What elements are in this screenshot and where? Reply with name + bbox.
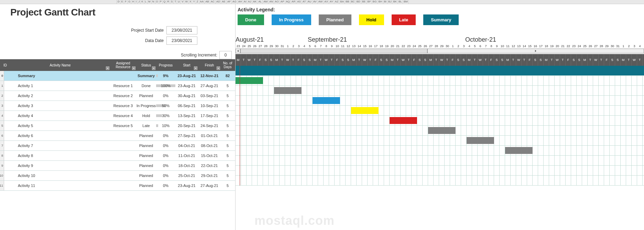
- gantt-bar[interactable]: [313, 97, 340, 104]
- cell-name[interactable]: Summary: [10, 74, 110, 78]
- cell-progress[interactable]: 0%: [156, 164, 175, 168]
- cell-progress[interactable]: 100%: [156, 84, 175, 88]
- cell-days[interactable]: 82: [221, 74, 234, 78]
- cell-start[interactable]: 23-Aug-21: [175, 74, 198, 78]
- gantt-bar[interactable]: [351, 107, 379, 114]
- scroll-increment-value[interactable]: 0: [219, 51, 232, 59]
- cell-days[interactable]: 5: [221, 114, 234, 118]
- cell-days[interactable]: 5: [221, 174, 234, 178]
- cell-start[interactable]: 18-Oct-21: [175, 164, 198, 168]
- filter-dropdown-icon[interactable]: [106, 66, 109, 70]
- cell-progress[interactable]: 30%: [156, 114, 175, 118]
- filter-dropdown-icon[interactable]: [132, 66, 135, 70]
- cell-start[interactable]: 11-Oct-21: [175, 154, 198, 158]
- scroll-track[interactable]: [240, 49, 427, 53]
- cell-status[interactable]: Planned: [136, 184, 156, 188]
- cell-status[interactable]: Planned: [136, 154, 156, 158]
- table-row[interactable]: 11 Activity 11 Planned 0% 23-Aug-21 27-A…: [0, 181, 235, 191]
- cell-name[interactable]: Activity 4: [10, 114, 110, 118]
- col-status[interactable]: Status: [136, 59, 156, 71]
- cell-name[interactable]: Activity 10: [10, 174, 110, 178]
- cell-days[interactable]: 5: [221, 184, 234, 188]
- filter-dropdown-icon[interactable]: [217, 66, 220, 70]
- cell-days[interactable]: 5: [221, 164, 234, 168]
- scroll-left-button[interactable]: [236, 49, 240, 53]
- cell-days[interactable]: 5: [221, 104, 234, 108]
- col-start[interactable]: Start: [175, 59, 198, 71]
- cell-start[interactable]: 25-Oct-21: [175, 174, 198, 178]
- table-row[interactable]: 2 Activity 2 Resource 2 Planned 0% 30-Au…: [0, 91, 235, 101]
- project-start-value[interactable]: 23/08/2021: [166, 26, 197, 34]
- cell-resource[interactable]: Resource 2: [110, 94, 136, 98]
- cell-days[interactable]: 5: [221, 134, 234, 138]
- cell-name[interactable]: Activity 2: [10, 94, 110, 98]
- cell-finish[interactable]: 22-Oct-21: [198, 164, 221, 168]
- table-row[interactable]: 9 Activity 9 Planned 0% 18-Oct-21 22-Oct…: [0, 161, 235, 171]
- cell-status[interactable]: Planned: [136, 94, 156, 98]
- cell-finish[interactable]: 29-Oct-21: [198, 174, 221, 178]
- cell-status[interactable]: Planned: [136, 164, 156, 168]
- cell-days[interactable]: 5: [221, 84, 234, 88]
- table-row[interactable]: 4 Activity 4 Resource 4 Hold 30% 13-Sep-…: [0, 111, 235, 121]
- cell-finish[interactable]: 01-Oct-21: [198, 134, 221, 138]
- cell-status[interactable]: Late: [136, 124, 156, 128]
- cell-finish[interactable]: 08-Oct-21: [198, 144, 221, 148]
- cell-start[interactable]: 06-Sep-21: [175, 104, 198, 108]
- cell-name[interactable]: Activity 9: [10, 164, 110, 168]
- cell-finish[interactable]: 03-Sep-21: [198, 94, 221, 98]
- cell-progress[interactable]: 50%: [156, 104, 175, 108]
- cell-name[interactable]: Activity 11: [10, 184, 110, 188]
- cell-progress[interactable]: 0%: [156, 144, 175, 148]
- filter-dropdown-icon[interactable]: [152, 66, 155, 70]
- col-finish[interactable]: Finish: [198, 59, 221, 71]
- cell-progress[interactable]: 0%: [156, 94, 175, 98]
- gantt-bar[interactable]: [274, 87, 302, 94]
- table-row[interactable]: 1 Activity 1 Resource 1 Done 100% 23-Aug…: [0, 81, 235, 91]
- data-date-value[interactable]: 23/08/2021: [166, 36, 197, 45]
- cell-finish[interactable]: 15-Oct-21: [198, 154, 221, 158]
- cell-start[interactable]: 04-Oct-21: [175, 144, 198, 148]
- cell-resource[interactable]: Resource 3: [110, 104, 136, 108]
- table-row[interactable]: 0 Summary Summary 9% 23-Aug-21 12-Nov-21…: [0, 71, 235, 81]
- col-assigned-resource[interactable]: Assigned Resource: [110, 59, 136, 71]
- table-row[interactable]: 6 Activity 6 Planned 0% 27-Sep-21 01-Oct…: [0, 131, 235, 141]
- table-row[interactable]: 3 Activity 3 Resource 3 In Progress 50% …: [0, 101, 235, 111]
- cell-finish[interactable]: 27-Aug-21: [198, 84, 221, 88]
- cell-start[interactable]: 30-Aug-21: [175, 94, 198, 98]
- cell-progress[interactable]: 0%: [156, 134, 175, 138]
- cell-finish[interactable]: 27-Aug-21: [198, 184, 221, 188]
- cell-status[interactable]: Summary: [136, 74, 156, 78]
- col-progress[interactable]: Progress: [156, 59, 175, 71]
- cell-resource[interactable]: Resource 4: [110, 114, 136, 118]
- timeline-scrollbar[interactable]: [236, 48, 644, 54]
- cell-status[interactable]: Planned: [136, 134, 156, 138]
- gantt-bar[interactable]: [505, 147, 533, 154]
- gantt-bar[interactable]: [428, 127, 456, 134]
- col-id[interactable]: ID: [0, 59, 10, 71]
- col-days[interactable]: No. of Days: [221, 59, 234, 71]
- col-activity-name[interactable]: Activity Name: [10, 59, 110, 71]
- cell-start[interactable]: 23-Aug-21: [175, 184, 198, 188]
- filter-dropdown-icon[interactable]: [194, 66, 197, 70]
- table-row[interactable]: 8 Activity 8 Planned 0% 11-Oct-21 15-Oct…: [0, 151, 235, 161]
- cell-days[interactable]: 5: [221, 154, 234, 158]
- cell-resource[interactable]: Resource 1: [110, 84, 136, 88]
- cell-start[interactable]: 13-Sep-21: [175, 114, 198, 118]
- scroll-right-button[interactable]: [427, 49, 644, 53]
- cell-status[interactable]: Planned: [136, 174, 156, 178]
- cell-start[interactable]: 23-Aug-21: [175, 84, 198, 88]
- gantt-bar-summary[interactable]: [236, 66, 644, 75]
- table-row[interactable]: 10 Activity 10 Planned 0% 25-Oct-21 29-O…: [0, 171, 235, 181]
- cell-days[interactable]: 5: [221, 124, 234, 128]
- cell-status[interactable]: In Progress: [136, 104, 156, 108]
- cell-progress[interactable]: 9%: [156, 74, 175, 78]
- gantt-bar[interactable]: [390, 117, 417, 124]
- cell-status[interactable]: Done: [136, 84, 156, 88]
- cell-finish[interactable]: 10-Sep-21: [198, 104, 221, 108]
- cell-resource[interactable]: Resource 5: [110, 124, 136, 128]
- cell-days[interactable]: 5: [221, 94, 234, 98]
- cell-name[interactable]: Activity 8: [10, 154, 110, 158]
- gantt-bar[interactable]: [467, 137, 494, 144]
- cell-name[interactable]: Activity 5: [10, 124, 110, 128]
- cell-status[interactable]: Hold: [136, 114, 156, 118]
